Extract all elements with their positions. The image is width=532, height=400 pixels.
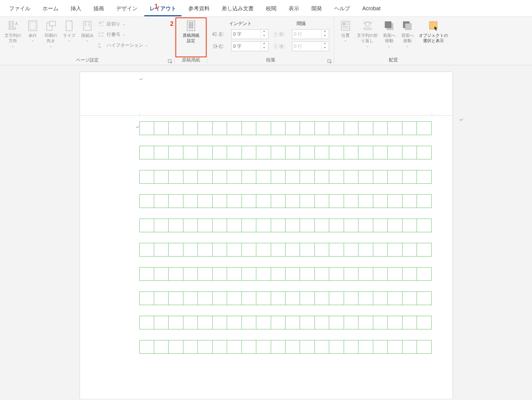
svg-rect-7 [66, 21, 72, 31]
tab-help[interactable]: ヘルプ [329, 2, 355, 16]
indent-left-input[interactable]: ▲▼ [231, 29, 268, 39]
margins-button[interactable]: 余白 ⌄ [24, 19, 42, 43]
tab-layout[interactable]: レイアウト [144, 2, 182, 16]
svg-rect-3 [28, 21, 37, 31]
svg-text:2: 2 [98, 35, 100, 37]
indent-right-label: 右: [212, 43, 230, 50]
chevron-down-icon: ⌄ [122, 22, 125, 26]
bring-forward-icon [383, 20, 395, 32]
line-numbers-button[interactable]: 12 行番号 ⌄ [98, 31, 148, 38]
indent-right-icon [212, 44, 218, 49]
selection-pane-button[interactable]: オブジェクトの 選択と表示 [417, 19, 450, 44]
spacing-before-label: 前: [273, 31, 290, 38]
ribbon-body: A 文字列の 方向 ⌄ 余白 ⌄ 印刷の 向き ⌄ [0, 17, 532, 65]
text-direction-button[interactable]: A 文字列の 方向 ⌄ [2, 19, 24, 49]
hyphenation-button[interactable]: a-bc ハイフネーション ⌄ [98, 42, 148, 49]
tab-draw[interactable]: 描画 [88, 2, 109, 16]
grid-row [139, 170, 432, 184]
columns-button[interactable]: 段組み ⌄ [78, 19, 96, 43]
group-label-paragraph: 段落 [210, 56, 332, 64]
grid-row [139, 291, 432, 305]
tab-acrobat[interactable]: Acrobat [357, 2, 386, 16]
tab-design[interactable]: デザイン [111, 2, 143, 16]
document-page[interactable]: ↵ ↵ ↵ [80, 72, 452, 398]
text-wrap-button[interactable]: 文字列の折 り返し ⌄ [355, 19, 380, 49]
svg-rect-46 [385, 22, 391, 28]
ribbon-tabs: ファイル ホーム 挿入 描画 デザイン レイアウト 参考資料 差し込み文書 校閲… [0, 0, 532, 17]
tab-mailings[interactable]: 差し込み文書 [216, 2, 259, 16]
breaks-button[interactable]: 区切り ⌄ [98, 20, 148, 27]
tab-insert[interactable]: 挿入 [65, 2, 87, 16]
spacing-after-label: 後: [273, 43, 290, 50]
spin-down[interactable]: ▼ [261, 46, 267, 51]
paragraph-mark-icon: ↵ [139, 77, 143, 82]
grid-row [139, 243, 432, 257]
spin-up[interactable]: ▲ [261, 30, 267, 34]
svg-text:a-: a- [98, 43, 101, 45]
chevron-down-icon: ⌄ [388, 44, 391, 48]
svg-text:1: 1 [98, 31, 100, 34]
spacing-after-icon [273, 44, 278, 49]
spin-up[interactable]: ▲ [261, 42, 267, 46]
tab-references[interactable]: 参考資料 [183, 2, 215, 16]
breaks-icon [98, 20, 105, 27]
svg-rect-4 [30, 22, 35, 29]
columns-icon [81, 20, 93, 32]
svg-rect-0 [9, 21, 10, 30]
tab-file[interactable]: ファイル [4, 2, 36, 16]
text-direction-icon: A [7, 20, 19, 32]
spacing-after-input: ▲▼ [292, 41, 329, 51]
grid-row [139, 219, 432, 232]
spacing-before-icon [273, 31, 278, 37]
spacing-before-input: ▲▼ [292, 29, 329, 39]
group-label-arrange: 配置 [336, 56, 450, 64]
svg-rect-6 [49, 21, 55, 26]
send-backward-button[interactable]: 背面へ 移動 ⌄ [398, 19, 417, 49]
size-button[interactable]: サイズ ⌄ [60, 19, 78, 43]
chevron-down-icon: ⌄ [49, 44, 52, 48]
paragraph-launcher[interactable] [327, 59, 332, 64]
send-backward-icon [401, 20, 414, 32]
indent-left-label: 左: [212, 31, 230, 38]
tab-developer[interactable]: 開発 [306, 2, 327, 16]
margins-icon [27, 20, 39, 32]
grid-row: ↵ [139, 121, 432, 135]
annotation-2: 2 [170, 20, 174, 27]
manuscript-grid: ↵ [139, 121, 432, 364]
position-button[interactable]: 位置 ⌄ [336, 19, 355, 43]
svg-text:A: A [15, 22, 18, 26]
svg-text:bc: bc [98, 46, 101, 48]
spin-up: ▲ [322, 30, 328, 34]
orientation-button[interactable]: 印刷の 向き ⌄ [42, 19, 60, 49]
tab-review[interactable]: 校閲 [260, 2, 282, 16]
grid-row [139, 194, 432, 208]
text-wrap-icon [362, 20, 374, 32]
grid-row [139, 316, 432, 329]
page-setup-launcher[interactable] [167, 59, 173, 64]
chevron-down-icon: ⌄ [406, 44, 409, 48]
group-label-page-setup: ページ設定 [2, 56, 172, 64]
chevron-down-icon: ⌄ [31, 38, 34, 42]
svg-rect-1 [12, 21, 13, 30]
grid-row [139, 340, 432, 354]
hyphenation-icon: a-bc [98, 42, 105, 49]
svg-rect-35 [343, 22, 346, 25]
group-page-setup: A 文字列の 方向 ⌄ 余白 ⌄ 印刷の 向き ⌄ [0, 17, 175, 65]
manuscript-settings-button[interactable]: 原稿用紙 設定 [177, 19, 205, 44]
bring-forward-button[interactable]: 前面へ 移動 ⌄ [380, 19, 398, 49]
spin-down: ▼ [322, 46, 328, 51]
indent-right-input[interactable]: ▲▼ [231, 41, 268, 51]
group-arrange: 位置 ⌄ 文字列の折 り返し ⌄ 前面へ 移動 ⌄ [334, 17, 453, 65]
manuscript-icon [185, 20, 197, 32]
tab-view[interactable]: 表示 [283, 2, 305, 16]
chevron-down-icon: ⌄ [366, 44, 369, 48]
tab-home[interactable]: ホーム [37, 2, 64, 16]
spacing-header: 間隔 [273, 19, 329, 29]
spin-up: ▲ [322, 42, 328, 46]
indent-header: インデント [212, 19, 268, 29]
size-icon [63, 20, 75, 32]
group-label-manuscript: 原稿用紙 [177, 56, 205, 64]
line-numbers-icon: 12 [98, 31, 105, 38]
spin-down[interactable]: ▼ [261, 34, 267, 39]
chevron-down-icon: ⌄ [122, 33, 125, 36]
